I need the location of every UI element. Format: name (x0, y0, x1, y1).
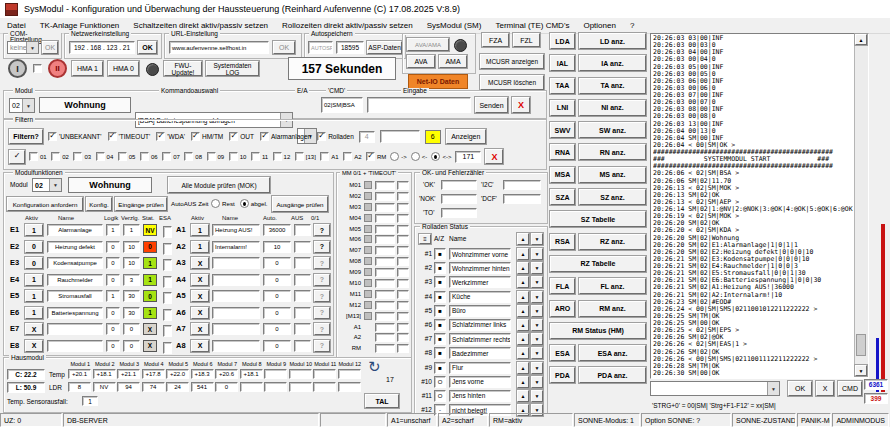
cmd-ok-button[interactable]: OK (788, 381, 812, 396)
ip-field[interactable]: 192 . 168 . 123 . 21 (69, 41, 135, 54)
filter-type-checkbox[interactable]: OUT (229, 132, 254, 141)
input-logik-field[interactable]: 0 (106, 307, 120, 319)
esa-checkbox[interactable] (163, 325, 172, 337)
anzeigen-button[interactable]: ESA anz. (579, 345, 646, 361)
eingabe-clear-button[interactable]: X (512, 97, 530, 113)
input-logik-field[interactable]: 1 (106, 224, 120, 236)
rolladen-name-field[interactable]: Jens hinten (449, 390, 511, 402)
rolladen-down-button[interactable]: ▼ (531, 262, 543, 274)
rolladen-name-field[interactable]: Badezimmer (449, 347, 511, 359)
scrollbar-thumb[interactable] (856, 334, 866, 356)
rolladen-sort-button[interactable]: ≡ (419, 234, 431, 244)
input-name-field[interactable]: Rauchmelder (47, 274, 103, 286)
url-ok-button[interactable]: OK (273, 41, 295, 54)
query-button[interactable]: TAA (550, 78, 575, 94)
filter-module-checkbox[interactable]: 09 (207, 152, 225, 161)
wide-button[interactable]: SZ Tabelle (550, 211, 646, 227)
output-auto-field[interactable]: 0 (263, 274, 291, 286)
menu-item[interactable]: Datei (0, 21, 33, 30)
input-aktiv-button[interactable]: 1 (25, 274, 43, 286)
filter-module-checkbox[interactable]: A2 (343, 152, 361, 161)
toolbar-checkbox[interactable] (33, 64, 42, 73)
filter-type-checkbox[interactable]: Alarmanlagen (260, 132, 311, 141)
network-ok-button[interactable]: OK (138, 41, 157, 54)
output-auto-field[interactable]: 10 (263, 241, 291, 253)
rolladen-name-field[interactable]: Büro (449, 305, 511, 317)
query-button[interactable]: SZA (550, 189, 575, 205)
input-name-field[interactable]: Heizung defekt (47, 241, 103, 253)
filter-type-checkbox[interactable]: 'WDA' (156, 132, 185, 141)
input-verz-field[interactable]: 3 (123, 274, 140, 286)
rolladen-name-field[interactable]: Schlafzimmer links (449, 319, 511, 331)
rolladen-down-button[interactable]: ▼ (531, 347, 543, 359)
query-button[interactable]: FLA (550, 278, 575, 294)
input-aktiv-button[interactable]: X (25, 323, 43, 335)
menu-item[interactable]: TK-Anlage Funktionen (33, 21, 127, 30)
filter-direction-radio[interactable]: <- (411, 152, 428, 161)
output-name-field[interactable] (212, 340, 260, 352)
fzl-button[interactable]: FZL (513, 33, 540, 47)
output-name-field[interactable] (212, 307, 260, 319)
output-aus-field[interactable] (294, 307, 311, 319)
filter-module-checkbox[interactable]: 03 (73, 152, 91, 161)
esa-checkbox[interactable] (163, 292, 172, 304)
dropdown-icon[interactable]: ▼ (767, 382, 779, 395)
query-button[interactable]: ARO (550, 301, 575, 317)
com-ok-button[interactable]: OK (42, 41, 58, 54)
output-auto-field[interactable]: 0 (263, 323, 291, 335)
input-logik-field[interactable]: 0 (106, 241, 120, 253)
query-button[interactable]: SWV (550, 122, 575, 138)
anzeigen-button[interactable]: LD anz. (579, 33, 646, 49)
output-auto-field[interactable]: 36000 (263, 224, 291, 236)
output-name-field[interactable] (212, 290, 260, 302)
cmd-combo[interactable]: ▼ (650, 381, 780, 396)
filter-type-checkbox[interactable]: 'TIMEOUT' (108, 132, 151, 141)
output-name-field[interactable]: Internalarm! (212, 241, 260, 253)
esa-checkbox[interactable] (163, 226, 172, 238)
esa-checkbox[interactable] (163, 276, 172, 288)
menu-item[interactable]: Terminal (TE) CMD's (488, 21, 576, 30)
rolladen-up-button[interactable]: ▲ (517, 376, 529, 388)
input-logik-field[interactable]: 0 (106, 274, 120, 286)
anzeigen-button[interactable]: MS anz. (579, 167, 646, 183)
rolladen-up-button[interactable]: ▲ (517, 276, 529, 288)
filtern-button[interactable]: Filtern? (9, 129, 43, 144)
input-logik-field[interactable]: 1 (106, 290, 120, 302)
rolladen-name-field[interactable]: Küche (449, 291, 511, 303)
power-off-button[interactable]: II (48, 59, 67, 78)
output-aktiv-button[interactable]: 1 (191, 224, 209, 236)
eingabe-field[interactable] (367, 97, 471, 113)
query-button[interactable]: ESA (550, 345, 575, 361)
output-aktiv-button[interactable]: X (191, 340, 209, 352)
input-aktiv-button[interactable]: 1 (25, 290, 43, 302)
input-logik-field[interactable]: 0 (106, 340, 120, 352)
anzeigen-button[interactable]: RN anz. (579, 144, 646, 160)
filter-module-checkbox[interactable]: 05 (118, 152, 136, 161)
hma1-button[interactable]: HMA 1 (72, 61, 103, 76)
query-button[interactable]: PDA (550, 367, 575, 383)
input-logik-field[interactable]: 0 (106, 257, 120, 269)
ava-button[interactable]: AVA (407, 55, 435, 68)
output-aktiv-button[interactable]: X (191, 257, 209, 269)
input-verz-field[interactable]: 10 (123, 241, 140, 253)
filter-direction-radio[interactable]: <-> (431, 152, 451, 161)
query-button[interactable]: MSA (550, 167, 575, 183)
asp-daten-button[interactable]: ASP-Daten (367, 41, 402, 54)
menu-item[interactable]: ? (623, 21, 641, 30)
query-button[interactable]: LDA (550, 33, 575, 49)
systemdaten-log-button[interactable]: Systemdaten LOG (206, 61, 259, 76)
filter-module-checkbox[interactable]: 01 (29, 152, 47, 161)
dropdown-icon[interactable]: ▼ (22, 99, 34, 112)
rolladen-all-up-button[interactable]: ▲ (517, 233, 529, 245)
output-toggle-button[interactable]: ? (314, 224, 330, 236)
rolladen-up-button[interactable]: ▲ (517, 262, 529, 274)
output-toggle-button[interactable]: ? (314, 307, 330, 319)
query-button[interactable]: RNA (550, 144, 575, 160)
filter-clear-button[interactable]: X (485, 149, 503, 164)
autoaus-radio[interactable]: Rest (211, 199, 235, 208)
power-on-button[interactable]: I (8, 59, 27, 78)
input-aktiv-button[interactable]: 1 (25, 307, 43, 319)
output-name-field[interactable] (212, 257, 260, 269)
filter-direction-radio[interactable]: -> (390, 152, 407, 161)
ausgaenge-pruefen-button[interactable]: Ausgänge prüfen (272, 196, 328, 212)
